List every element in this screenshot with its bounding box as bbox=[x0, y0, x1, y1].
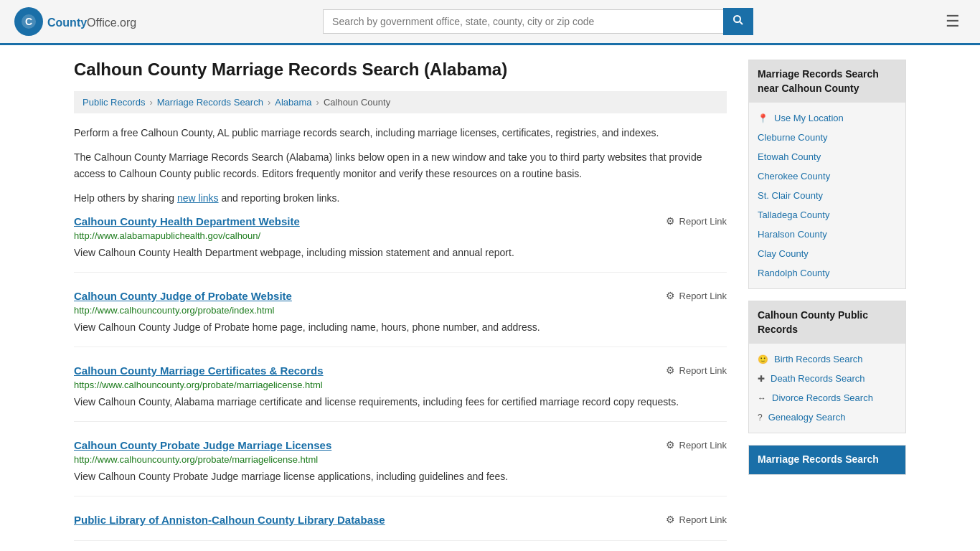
breadcrumb-sep-3: › bbox=[316, 97, 319, 108]
result-url: http://www.alabamapublichealth.gov/calho… bbox=[74, 230, 727, 241]
nearby-counties-box: Marriage Records Search near Calhoun Cou… bbox=[748, 60, 906, 289]
description-1: Perform a free Calhoun County, AL public… bbox=[74, 125, 727, 141]
logo-icon: C bbox=[14, 7, 43, 36]
location-icon: 📍 bbox=[758, 113, 768, 123]
report-label: Report Link bbox=[679, 216, 727, 227]
nearby-county-item-6[interactable]: Clay County bbox=[749, 244, 905, 263]
result-item-1: Calhoun County Judge of Probate Website … bbox=[74, 290, 727, 347]
genealogy-icon: ? bbox=[758, 413, 763, 423]
birth-records-link[interactable]: Birth Records Search bbox=[774, 354, 863, 364]
nearby-counties-list: Cleburne CountyEtowah CountyCherokee Cou… bbox=[749, 128, 905, 283]
report-link-button[interactable]: ⚙ Report Link bbox=[666, 290, 727, 301]
birth-icon: 🙂 bbox=[758, 354, 768, 364]
logo-text: CountyOffice.org bbox=[47, 14, 136, 30]
nearby-header: Marriage Records Search near Calhoun Cou… bbox=[749, 60, 905, 103]
nearby-county-item-2[interactable]: Cherokee County bbox=[749, 166, 905, 186]
breadcrumb-alabama[interactable]: Alabama bbox=[275, 97, 311, 108]
svg-text:C: C bbox=[25, 16, 32, 27]
report-icon: ⚙ bbox=[666, 364, 675, 376]
result-title-link[interactable]: Calhoun County Probate Judge Marriage Li… bbox=[74, 439, 331, 451]
nearby-county-link[interactable]: Clay County bbox=[758, 248, 809, 259]
nearby-county-item-4[interactable]: Talladega County bbox=[749, 205, 905, 225]
result-desc: View Calhoun County Health Department we… bbox=[74, 245, 727, 260]
nearby-county-item-1[interactable]: Etowah County bbox=[749, 147, 905, 166]
result-item-2: Calhoun County Marriage Certificates & R… bbox=[74, 364, 727, 422]
result-title-row: Calhoun County Probate Judge Marriage Li… bbox=[74, 439, 727, 451]
result-item-3: Calhoun County Probate Judge Marriage Li… bbox=[74, 439, 727, 496]
death-records-link[interactable]: Death Records Search bbox=[771, 373, 865, 384]
result-title-link[interactable]: Calhoun County Marriage Certificates & R… bbox=[74, 364, 324, 377]
breadcrumb-sep-1: › bbox=[149, 97, 152, 108]
search-button[interactable] bbox=[723, 8, 753, 35]
svg-point-2 bbox=[734, 16, 740, 22]
result-item-4: Public Library of Anniston-Calhoun Count… bbox=[74, 514, 727, 541]
report-link-button[interactable]: ⚙ Report Link bbox=[666, 215, 727, 227]
report-label: Report Link bbox=[679, 514, 727, 525]
nearby-county-item-7[interactable]: Randolph County bbox=[749, 263, 905, 283]
nearby-county-item-5[interactable]: Haralson County bbox=[749, 225, 905, 244]
search-bar bbox=[323, 8, 753, 35]
result-desc: View Calhoun County Judge of Probate hom… bbox=[74, 320, 727, 335]
result-url: https://www.calhouncounty.org/probate/ma… bbox=[74, 380, 727, 390]
result-title-link[interactable]: Calhoun County Judge of Probate Website bbox=[74, 290, 292, 302]
report-link-button[interactable]: ⚙ Report Link bbox=[666, 514, 727, 525]
result-title-link[interactable]: Public Library of Anniston-Calhoun Count… bbox=[74, 514, 385, 526]
content-area: Calhoun County Marriage Records Search (… bbox=[74, 60, 727, 551]
new-links-link[interactable]: new links bbox=[177, 192, 219, 204]
marriage-records-search-box: Marriage Records Search bbox=[748, 445, 906, 475]
nearby-county-link[interactable]: Cherokee County bbox=[758, 171, 830, 182]
public-records-box: Calhoun County Public Records 🙂 Birth Re… bbox=[748, 301, 906, 433]
nearby-county-link[interactable]: Cleburne County bbox=[758, 132, 828, 143]
nearby-county-link[interactable]: Etowah County bbox=[758, 151, 821, 162]
result-title-link[interactable]: Calhoun County Health Department Website bbox=[74, 215, 300, 227]
page-title: Calhoun County Marriage Records Search (… bbox=[74, 60, 727, 80]
main-container: Calhoun County Marriage Records Search (… bbox=[60, 45, 920, 551]
use-location-link[interactable]: Use My Location bbox=[774, 113, 844, 123]
nearby-county-item-0[interactable]: Cleburne County bbox=[749, 128, 905, 147]
result-desc: View Calhoun County Probate Judge marria… bbox=[74, 469, 727, 484]
marriage-active-header: Marriage Records Search bbox=[749, 446, 905, 474]
result-title-row: Calhoun County Marriage Certificates & R… bbox=[74, 364, 727, 377]
nearby-county-item-3[interactable]: St. Clair County bbox=[749, 186, 905, 205]
genealogy-item[interactable]: ? Genealogy Search bbox=[749, 408, 905, 427]
result-title-row: Calhoun County Judge of Probate Website … bbox=[74, 290, 727, 302]
nearby-county-link[interactable]: Talladega County bbox=[758, 209, 829, 220]
report-label: Report Link bbox=[679, 291, 727, 301]
breadcrumb-marriage-records[interactable]: Marriage Records Search bbox=[157, 97, 263, 108]
report-link-button[interactable]: ⚙ Report Link bbox=[666, 364, 727, 376]
report-icon: ⚙ bbox=[666, 514, 675, 525]
search-input[interactable] bbox=[323, 9, 723, 34]
divorce-records-link[interactable]: Divorce Records Search bbox=[772, 392, 873, 403]
site-header: C CountyOffice.org ☰ bbox=[0, 0, 980, 45]
public-records-header: Calhoun County Public Records bbox=[749, 301, 905, 344]
logo[interactable]: C CountyOffice.org bbox=[14, 7, 136, 36]
breadcrumb-sep-2: › bbox=[268, 97, 270, 108]
nearby-county-link[interactable]: Randolph County bbox=[758, 268, 829, 278]
svg-line-3 bbox=[740, 22, 743, 24]
result-title-row: Calhoun County Health Department Website… bbox=[74, 215, 727, 227]
report-link-button[interactable]: ⚙ Report Link bbox=[666, 439, 727, 451]
menu-button[interactable]: ☰ bbox=[940, 9, 966, 34]
result-title-row: Public Library of Anniston-Calhoun Count… bbox=[74, 514, 727, 526]
description-2: The Calhoun County Marriage Records Sear… bbox=[74, 149, 727, 182]
header-right: ☰ bbox=[940, 9, 966, 34]
death-records-item[interactable]: ✚ Death Records Search bbox=[749, 369, 905, 388]
divorce-records-item[interactable]: ↔ Divorce Records Search bbox=[749, 388, 905, 408]
report-icon: ⚙ bbox=[666, 215, 675, 227]
genealogy-link[interactable]: Genealogy Search bbox=[768, 412, 846, 423]
report-label: Report Link bbox=[679, 440, 727, 451]
breadcrumb-calhoun: Calhoun County bbox=[324, 97, 390, 108]
nearby-county-link[interactable]: St. Clair County bbox=[758, 190, 823, 201]
breadcrumb: Public Records › Marriage Records Search… bbox=[74, 91, 727, 113]
birth-records-item[interactable]: 🙂 Birth Records Search bbox=[749, 349, 905, 369]
sidebar: Marriage Records Search near Calhoun Cou… bbox=[748, 60, 906, 551]
report-icon: ⚙ bbox=[666, 439, 675, 451]
public-records-content: 🙂 Birth Records Search ✚ Death Records S… bbox=[749, 344, 905, 433]
nearby-county-link[interactable]: Haralson County bbox=[758, 229, 827, 240]
result-desc: View Calhoun County, Alabama marriage ce… bbox=[74, 395, 727, 410]
report-label: Report Link bbox=[679, 365, 727, 376]
result-url: http://www.calhouncounty.org/probate/ind… bbox=[74, 305, 727, 316]
breadcrumb-public-records[interactable]: Public Records bbox=[83, 97, 145, 108]
result-url: http://www.calhouncounty.org/probate/mar… bbox=[74, 454, 727, 465]
use-my-location[interactable]: 📍 Use My Location bbox=[749, 108, 905, 128]
